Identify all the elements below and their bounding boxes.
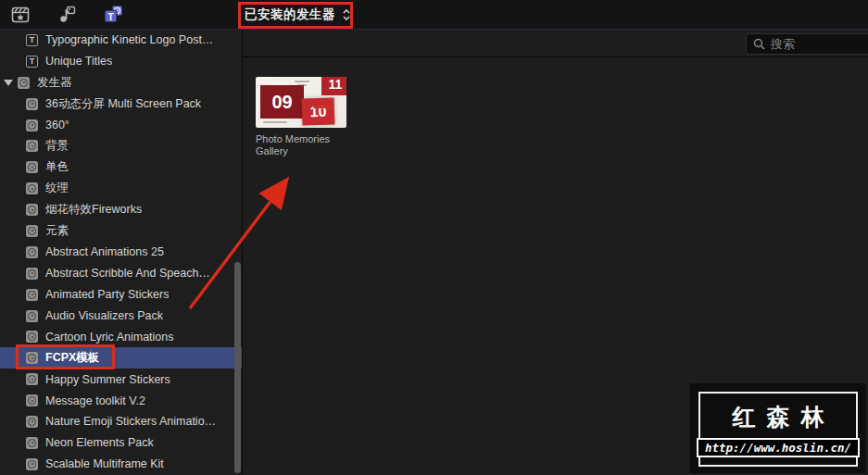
search-strip: 搜索 (243, 30, 868, 57)
generator-icon (26, 437, 38, 449)
watermark: 红森林 http://www.hoslin.cn/ (690, 383, 866, 473)
generator-icon (26, 458, 38, 470)
sidebar-item-typographic-kinetic[interactable]: T Typographic Kinetic Logo Post… (0, 30, 242, 51)
svg-text:T: T (107, 11, 113, 21)
photos-audio-browser-icon[interactable] (56, 4, 78, 26)
sidebar-item-scalable-multiframe[interactable]: Scalable Multiframe Kit (0, 454, 242, 475)
sidebar-item-animated-party-stickers[interactable]: Animated Party Stickers (0, 284, 242, 306)
search-icon (753, 38, 765, 50)
search-input[interactable]: 搜索 (746, 33, 868, 55)
sidebar-scrollbar[interactable] (234, 262, 241, 473)
generator-icon (26, 310, 38, 322)
sidebar-item-backgrounds[interactable]: 背景 (0, 135, 242, 156)
sidebar-item-message-toolkit[interactable]: Message toolkit V.2 (0, 390, 242, 411)
thumb-number-10: 10 (302, 97, 335, 125)
generator-icon (26, 119, 38, 131)
generator-thumbnail-photo-memories[interactable]: 09 11 10 (256, 77, 346, 128)
sidebar-item-happy-summer[interactable]: Happy Summer Stickers (0, 369, 242, 390)
title-icon: T (26, 34, 38, 46)
fcpx-generators-browser: T 已安装的发生器 T Typographic Kinetic Logo Pos… (0, 0, 868, 475)
updown-chevrons-icon (342, 7, 351, 22)
generator-icon (26, 373, 38, 385)
generator-icon (26, 204, 38, 216)
generator-icon (18, 77, 30, 89)
generator-icon (26, 416, 38, 428)
watermark-title: 红森林 (722, 402, 836, 432)
generator-icon (26, 268, 38, 280)
category-dropdown[interactable]: 已安装的发生器 (245, 0, 351, 30)
generator-icon (26, 246, 38, 258)
effects-browser-icon[interactable] (9, 4, 31, 26)
generator-icon (26, 182, 38, 194)
generator-icon (26, 331, 38, 343)
watermark-url: http://www.hoslin.cn/ (697, 438, 860, 457)
sidebar-item-audio-visualizers[interactable]: Audio Visualizers Pack (0, 306, 242, 327)
titles-generators-browser-icon[interactable]: T (102, 4, 124, 26)
sidebar-item-fireworks[interactable]: 烟花特效Fireworks (0, 199, 242, 220)
sidebar-item-textures[interactable]: 纹理 (0, 178, 242, 199)
disclosure-triangle-icon[interactable] (4, 80, 13, 86)
thumb-number-09: 09 (260, 85, 304, 119)
generator-icon (26, 225, 38, 237)
categories-sidebar: T Typographic Kinetic Logo Post… T Uniqu… (0, 30, 243, 475)
generator-icon (26, 352, 38, 364)
sidebar-item-unique-titles[interactable]: T Unique Titles (0, 51, 242, 72)
sidebar-category-generators[interactable]: 发生器 (0, 72, 242, 94)
category-dropdown-label: 已安装的发生器 (245, 6, 335, 23)
watermark-frame: 红森林 http://www.hoslin.cn/ (698, 392, 858, 467)
sidebar-item-multi-screen-pack[interactable]: 36动态分屏 Multi Screen Pack (0, 94, 242, 115)
sidebar-item-solids[interactable]: 单色 (0, 156, 242, 178)
generator-icon (26, 140, 38, 152)
sidebar-item-elements[interactable]: 元素 (0, 220, 242, 242)
generator-icon (26, 394, 38, 406)
generator-icon (26, 161, 38, 173)
browser-toolbar: T 已安装的发生器 (0, 0, 868, 30)
thumb-number-11: 11 (321, 77, 346, 95)
sidebar-item-cartoon-lyric[interactable]: Cartoon Lyric Animations (0, 326, 242, 347)
sidebar-item-nature-emoji[interactable]: Nature Emoji Stickers Animatio… (0, 411, 242, 432)
generator-icon (26, 289, 38, 301)
sidebar-item-fcpx-template[interactable]: FCPX模板 (0, 347, 242, 369)
sidebar-item-360[interactable]: 360° (0, 115, 242, 136)
search-placeholder: 搜索 (771, 36, 795, 53)
generator-icon (26, 98, 38, 110)
generator-title: Photo Memories Gallery (256, 133, 344, 157)
sidebar-item-neon-elements[interactable]: Neon Elements Pack (0, 432, 242, 454)
sidebar-item-abstract-animations[interactable]: Abstract Animations 25 (0, 242, 242, 263)
title-icon: T (26, 56, 38, 68)
sidebar-item-abstract-scribble[interactable]: Abstract Scribble And Speach… (0, 263, 242, 284)
